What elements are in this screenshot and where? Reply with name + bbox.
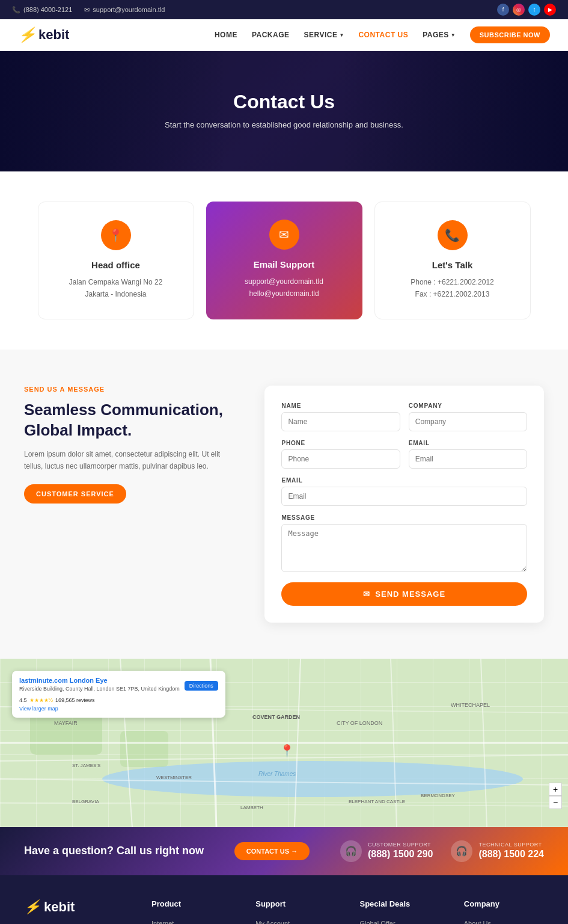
- cta-customer-support: 🎧 CUSTOMER SUPPORT (888) 1500 290: [340, 840, 433, 862]
- form-row-phone-email: PHONE EMAIL: [281, 440, 527, 469]
- company-label: COMPANY: [409, 402, 527, 409]
- customer-support-info: CUSTOMER SUPPORT (888) 1500 290: [368, 842, 433, 861]
- nav-service[interactable]: SERVICE: [304, 31, 344, 39]
- youtube-icon[interactable]: ▶: [544, 4, 556, 16]
- footer-link-about[interactable]: About Us: [464, 920, 491, 924]
- nav-home[interactable]: HOME: [215, 31, 237, 39]
- cta-text: Have a question? Call us right now: [24, 845, 204, 857]
- cta-bar: Have a question? Call us right now CONTA…: [0, 827, 568, 875]
- form-group-message: MESSAGE: [281, 514, 527, 574]
- footer-company-heading: Company: [464, 899, 544, 908]
- twitter-icon[interactable]: t: [528, 4, 540, 16]
- footer-logo-icon: ⚡: [24, 899, 40, 915]
- footer-company-column: Company About Us Leadership Careers Arti…: [464, 899, 544, 924]
- svg-text:ELEPHANT AND CASTLE: ELEPHANT AND CASTLE: [349, 799, 405, 804]
- customer-support-number: (888) 1500 290: [368, 848, 433, 861]
- map-section: MAYFAIR SOHO COVENT GARDEN CITY OF LONDO…: [0, 659, 568, 827]
- view-larger-map-link[interactable]: View larger map: [19, 706, 218, 712]
- cta-support-numbers: 🎧 CUSTOMER SUPPORT (888) 1500 290 🎧 TECH…: [340, 840, 544, 862]
- rating-stars: ★★★★½: [29, 697, 53, 703]
- hero-section: Contact Us Start the conversation to est…: [0, 51, 568, 171]
- phone-icon: 📞: [438, 220, 468, 250]
- form-row-message: MESSAGE: [281, 514, 527, 574]
- hero-subtitle: Start the conversation to established go…: [165, 119, 403, 132]
- email-icon: ✉: [84, 6, 90, 14]
- instagram-icon[interactable]: ◎: [513, 4, 525, 16]
- footer-support-links: My Account Help Center Contact Us FAQ: [255, 918, 335, 924]
- contact-card-office: 📍 Head office Jalan Cempaka Wangi No 22 …: [38, 202, 194, 319]
- hero-title: Contact Us: [165, 91, 403, 113]
- message-textarea[interactable]: [281, 524, 527, 572]
- hero-content: Contact Us Start the conversation to est…: [165, 91, 403, 132]
- logo[interactable]: ⚡ kebit: [18, 26, 69, 43]
- footer-support-heading: Support: [255, 899, 335, 908]
- map-zoom-controls: + −: [549, 783, 562, 809]
- footer-deals-links: Global Offer Online Exclusive Bank Promo…: [360, 918, 440, 924]
- directions-button[interactable]: Directions: [185, 681, 218, 691]
- subscribe-button[interactable]: SUBSCRIBE NOW: [470, 26, 550, 43]
- svg-text:WESTMINSTER: WESTMINSTER: [156, 775, 192, 780]
- map-popup-header: lastminute.com London Eye Riverside Buil…: [19, 677, 218, 695]
- map-zoom-in[interactable]: +: [549, 783, 562, 796]
- svg-text:📍: 📍: [279, 744, 295, 758]
- name-input[interactable]: [281, 412, 400, 431]
- topbar-email: ✉ support@yourdomain.tld: [84, 6, 165, 14]
- cta-contact-button[interactable]: CONTACT US →: [234, 842, 310, 860]
- company-input[interactable]: [409, 412, 527, 431]
- contact-card-email: ✉ Email Support support@yourdomain.tld h…: [206, 202, 362, 319]
- form-section: SEND US A MESSAGE Seamless Communication…: [0, 350, 568, 659]
- map-popup-info: lastminute.com London Eye Riverside Buil…: [19, 677, 180, 695]
- technical-support-label: TECHNICAL SUPPORT: [478, 842, 544, 849]
- message-label: MESSAGE: [281, 514, 527, 521]
- footer-link-account[interactable]: My Account: [255, 920, 290, 924]
- phone-icon: 📞: [12, 6, 20, 14]
- svg-text:COVENT GARDEN: COVENT GARDEN: [252, 714, 300, 720]
- footer-company-links: About Us Leadership Careers Article & Ne…: [464, 918, 544, 924]
- email-label: EMAIL: [409, 440, 527, 446]
- footer-logo: ⚡ kebit: [24, 899, 127, 915]
- contact-card-phone: 📞 Let's Talk Phone : +6221.2002.2012 Fax…: [374, 202, 531, 319]
- facebook-icon[interactable]: f: [497, 4, 509, 16]
- contact-form: NAME COMPANY PHONE EMAIL EMAIL: [264, 386, 544, 623]
- form-group-phone: PHONE: [281, 440, 400, 469]
- topbar: 📞 (888) 4000-2121 ✉ support@yourdomain.t…: [0, 0, 568, 19]
- footer-brand: ⚡ kebit Malesuada pulvinar at montes imp…: [24, 899, 127, 924]
- send-message-button[interactable]: ✉ SEND MESSAGE: [281, 582, 527, 606]
- footer-product-heading: Product: [151, 899, 231, 908]
- map-place-name: lastminute.com London Eye: [19, 677, 180, 684]
- form-group-name: NAME: [281, 402, 400, 431]
- svg-text:CITY OF LONDON: CITY OF LONDON: [337, 720, 382, 726]
- nav-package[interactable]: PACKAGE: [252, 31, 290, 39]
- nav-contact[interactable]: CONTACT US: [358, 31, 408, 39]
- svg-text:River Thames: River Thames: [258, 771, 296, 777]
- technical-support-number: (888) 1500 224: [478, 848, 544, 861]
- review-count: 169,565 reviews: [55, 697, 95, 703]
- footer-link-internet[interactable]: Internet: [151, 920, 174, 924]
- headset-icon-customer: 🎧: [340, 840, 362, 862]
- email-input[interactable]: [409, 449, 527, 469]
- footer: ⚡ kebit Malesuada pulvinar at montes imp…: [0, 875, 568, 924]
- phone-label: PHONE: [281, 440, 400, 446]
- phone-input[interactable]: [281, 449, 400, 469]
- form-left-content: SEND US A MESSAGE Seamless Communication…: [24, 386, 228, 504]
- customer-service-button[interactable]: CUSTOMER SERVICE: [24, 484, 126, 504]
- svg-text:ST. JAMES'S: ST. JAMES'S: [72, 763, 100, 768]
- footer-link-global[interactable]: Global Offer: [360, 920, 395, 924]
- svg-text:BELGRAVIA: BELGRAVIA: [72, 799, 99, 804]
- form-group-company: COMPANY: [409, 402, 527, 431]
- name-label: NAME: [281, 402, 400, 409]
- email2-input[interactable]: [281, 487, 527, 506]
- map-rating: 4.5 ★★★★½ 169,565 reviews: [19, 697, 218, 703]
- topbar-social-icons: f ◎ t ▶: [497, 4, 556, 16]
- email-support-icon: ✉: [269, 220, 299, 250]
- form-section-heading: Seamless Communication, Global Impact.: [24, 400, 228, 441]
- card-phone-info: Phone : +6221.2002.2012 Fax : +6221.2002…: [387, 276, 518, 301]
- footer-top: ⚡ kebit Malesuada pulvinar at montes imp…: [24, 899, 544, 924]
- map-zoom-out[interactable]: −: [549, 796, 562, 809]
- footer-product-column: Product Internet TV cable Movie Streamin…: [151, 899, 231, 924]
- send-icon: ✉: [363, 590, 370, 599]
- nav-pages[interactable]: PAGES: [423, 31, 456, 39]
- card-email-title: Email Support: [218, 259, 350, 270]
- rating-value: 4.5: [19, 697, 27, 703]
- svg-text:LAMBETH: LAMBETH: [240, 805, 263, 810]
